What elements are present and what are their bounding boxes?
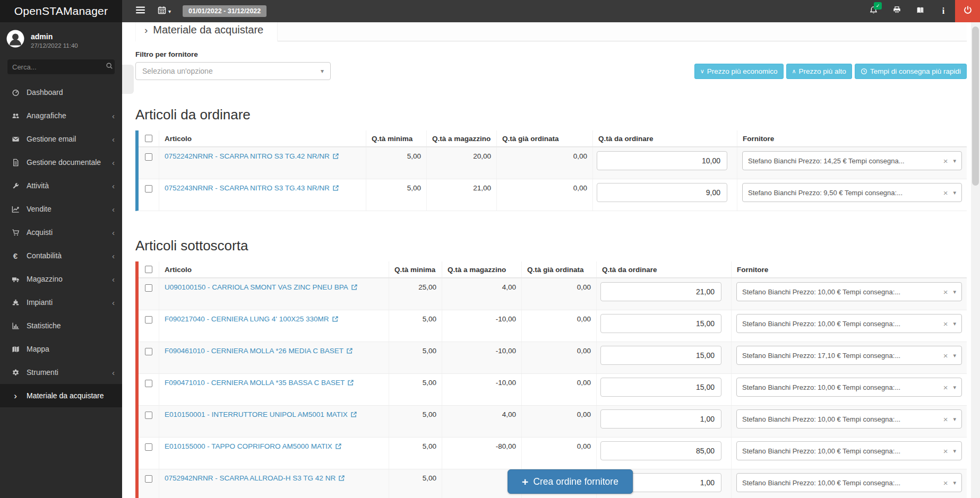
create-supplier-order-button[interactable]: + Crea ordine fornitore <box>508 469 633 494</box>
row-checkbox[interactable] <box>145 153 152 161</box>
sidebar-item-statistiche[interactable]: Statistiche <box>0 314 122 337</box>
row-checkbox[interactable] <box>145 316 152 324</box>
table-header-row: ArticoloQ.tà minimaQ.tà a magazzinoQ.tà … <box>139 130 967 147</box>
qty-to-order-input[interactable] <box>600 409 721 429</box>
row-checkbox[interactable] <box>145 348 152 355</box>
side-panel-handle[interactable] <box>122 65 134 94</box>
chevron-right-icon: › <box>10 391 21 400</box>
article-link[interactable]: U090100150 - CARRIOLA SMONT VAS ZINC PNE… <box>165 283 358 291</box>
table-row: F090461010 - CERNIERA MOLLA *26 MEDIA C … <box>139 342 967 373</box>
sort-cheapest-button[interactable]: ∨Prezzo più economico <box>694 64 784 79</box>
article-cell: 0752242NRNR - SCARPA NITRO S3 TG.42 NR/N… <box>159 147 366 179</box>
scrollbar-thumb[interactable] <box>972 27 979 186</box>
article-link[interactable]: F090217040 - CERNIERA LUNG 4' 100X25 330… <box>165 315 339 323</box>
clear-selection-icon[interactable]: × <box>943 156 948 165</box>
supplier-filter-select[interactable]: Seleziona un'opzione ▾ <box>135 62 331 80</box>
calendar-button[interactable]: ▾ <box>153 3 175 20</box>
article-link[interactable]: E010150001 - INTERRUTTORE UNIPOL AM5001 … <box>165 410 357 418</box>
clear-selection-icon[interactable]: × <box>943 447 948 456</box>
app-logo[interactable]: OpenSTAManager <box>0 0 122 22</box>
clear-selection-icon[interactable]: × <box>943 319 948 328</box>
column-header: Articolo <box>159 130 366 146</box>
qty-to-order-input[interactable] <box>597 151 727 170</box>
qty-to-order-input[interactable] <box>600 441 721 460</box>
article-cell: F090471010 - CERNIERA MOLLA *35 BASSA C … <box>159 374 389 405</box>
truck-icon <box>10 275 21 283</box>
sidebar-item-gestione-documentale[interactable]: Gestione documentale‹ <box>0 151 122 174</box>
sidebar-item-attivit[interactable]: Attività‹ <box>0 174 122 197</box>
logout-button[interactable] <box>955 0 980 22</box>
supplier-select[interactable]: Stefano Bianchi Prezzo: 10,00 € Tempi co… <box>736 409 962 429</box>
ordered-qty-cell: 0,00 <box>521 438 596 469</box>
row-checkbox[interactable] <box>145 380 152 387</box>
sidebar-item-anagrafiche[interactable]: Anagrafiche‹ <box>0 104 122 127</box>
supplier-select[interactable]: Stefano Bianchi Prezzo: 10,00 € Tempi co… <box>736 282 962 301</box>
sidebar-item-magazzino[interactable]: Magazzino‹ <box>0 267 122 291</box>
clear-selection-icon[interactable]: × <box>943 383 948 392</box>
clear-selection-icon[interactable]: × <box>943 351 948 360</box>
chevron-down-icon: ▾ <box>953 320 956 327</box>
row-checkbox[interactable] <box>145 284 152 292</box>
supplier-select[interactable]: Stefano Bianchi Prezzo: 10,00 € Tempi co… <box>736 441 962 460</box>
sort-highest-price-button[interactable]: ∧Prezzo più alto <box>786 64 852 79</box>
top-bar: OpenSTAManager ▾ 01/01/2022 - 31/12/2022… <box>0 0 980 22</box>
column-header: Q.tà già ordinata <box>496 130 592 146</box>
notifications-button[interactable]: ✓ <box>862 0 885 22</box>
column-header: Fornitore <box>731 261 967 277</box>
article-cell: E010155000 - TAPPO COPRIFORO AM5000 MATI… <box>159 438 389 469</box>
article-link[interactable]: 0752243NRNR - SCARPA NITRO S3 TG.43 NR/N… <box>165 184 339 192</box>
sidebar-item-label: Attività <box>27 181 112 190</box>
supplier-select[interactable]: Stefano Bianchi Prezzo: 10,00 € Tempi co… <box>736 378 962 397</box>
select-all-checkbox[interactable] <box>145 266 152 273</box>
row-checkbox[interactable] <box>145 412 152 419</box>
sidebar-item-gestione-email[interactable]: Gestione email‹ <box>0 127 122 151</box>
chevron-up-icon: ∧ <box>792 68 796 74</box>
ordered-qty-cell: 0,00 <box>521 374 596 405</box>
select-all-checkbox[interactable] <box>145 135 152 142</box>
clear-selection-icon[interactable]: × <box>943 415 948 424</box>
page-scrollbar[interactable] <box>971 22 980 498</box>
print-button[interactable] <box>885 0 908 22</box>
sidebar-item-acquisti[interactable]: Acquisti‹ <box>0 221 122 244</box>
docs-button[interactable] <box>908 0 932 22</box>
info-button[interactable]: i <box>932 0 955 22</box>
column-header: Q.tà a magazzino <box>426 130 496 146</box>
row-checkbox[interactable] <box>145 475 152 483</box>
qty-to-order-input[interactable] <box>600 282 721 301</box>
supplier-select[interactable]: Stefano Bianchi Prezzo: 14,25 € Tempi co… <box>742 151 962 170</box>
supplier-select[interactable]: Stefano Bianchi Prezzo: 10,00 € Tempi co… <box>736 473 962 492</box>
sidebar-toggle-button[interactable] <box>132 3 149 19</box>
sidebar-item-contabilit[interactable]: €Contabilità‹ <box>0 244 122 267</box>
supplier-select[interactable]: Stefano Bianchi Prezzo: 9,50 € Tempi con… <box>742 183 962 202</box>
supplier-select[interactable]: Stefano Bianchi Prezzo: 17,10 € Tempi co… <box>736 346 962 365</box>
section-title-articoli-da-ordinare: Articoli da ordinare <box>135 107 967 123</box>
search-input[interactable] <box>12 63 106 71</box>
qty-to-order-input[interactable] <box>600 346 721 365</box>
article-link[interactable]: E010155000 - TAPPO COPRIFORO AM5000 MATI… <box>165 442 342 450</box>
article-link[interactable]: F090471010 - CERNIERA MOLLA *35 BASSA C … <box>165 379 354 387</box>
qty-to-order-input[interactable] <box>600 314 721 333</box>
column-header: Articolo <box>159 261 389 277</box>
clear-selection-icon[interactable]: × <box>943 287 948 296</box>
clear-selection-icon[interactable]: × <box>943 478 948 487</box>
clear-selection-icon[interactable]: × <box>943 188 948 197</box>
article-link[interactable]: 0752942NRNR - SCARPA ALLROAD-H S3 TG 42 … <box>165 474 345 482</box>
stock-qty-cell: -80,00 <box>442 438 521 469</box>
article-link[interactable]: F090461010 - CERNIERA MOLLA *26 MEDIA C … <box>165 347 353 355</box>
article-cell: F090461010 - CERNIERA MOLLA *26 MEDIA C … <box>159 342 389 373</box>
supplier-select[interactable]: Stefano Bianchi Prezzo: 10,00 € Tempi co… <box>736 314 962 333</box>
row-checkbox[interactable] <box>145 443 152 451</box>
qty-to-order-input[interactable] <box>597 183 727 202</box>
qty-to-order-input[interactable] <box>600 378 721 397</box>
sidebar-item-dashboard[interactable]: Dashboard <box>0 81 122 104</box>
article-link[interactable]: 0752242NRNR - SCARPA NITRO S3 TG.42 NR/N… <box>165 152 339 160</box>
sort-fastest-delivery-button[interactable]: Tempi di consegna più rapidi <box>855 64 967 79</box>
search-icon[interactable] <box>106 62 113 72</box>
sidebar-item-impianti[interactable]: Impianti‹ <box>0 291 122 314</box>
row-checkbox[interactable] <box>145 185 152 193</box>
sidebar-item-strumenti[interactable]: Strumenti‹ <box>0 361 122 384</box>
sidebar-item-materiale-da-acquistare[interactable]: ›Materiale da acquistare <box>0 384 122 407</box>
sidebar-item-vendite[interactable]: Vendite‹ <box>0 197 122 221</box>
date-range-badge[interactable]: 01/01/2022 - 31/12/2022 <box>183 5 267 17</box>
sidebar-item-mappa[interactable]: Mappa <box>0 337 122 361</box>
